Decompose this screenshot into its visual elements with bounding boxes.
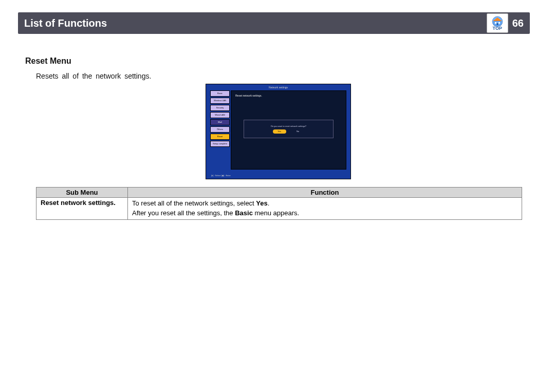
sidebar-tab-basic: Basic <box>210 90 230 97</box>
page-title: List of Functions <box>24 17 487 29</box>
col-header-function: Function <box>128 188 522 198</box>
screenshot-sidebar: Basic Wireless LAN Security Wired LAN Ma… <box>210 90 230 170</box>
sidebar-tab-complete: Setup complete <box>210 141 230 147</box>
page-header: List of Functions TOP 66 <box>18 12 530 34</box>
table-header-row: Sub Menu Function <box>36 188 522 198</box>
sidebar-tab-mail: Mail <box>210 119 230 125</box>
func-line2-pre: After you reset all the settings, the <box>132 209 235 217</box>
func-line1-pre: To reset all of the network settings, se… <box>132 199 256 207</box>
sidebar-tab-wired: Wired LAN <box>210 112 230 118</box>
svg-rect-4 <box>498 22 500 24</box>
page-number: 66 <box>512 17 524 29</box>
svg-rect-3 <box>495 22 496 24</box>
sidebar-tab-wireless: Wireless LAN <box>210 98 230 104</box>
top-icon-label: TOP <box>493 26 502 31</box>
screenshot-main-panel: Reset network settings. Do you want to r… <box>231 90 346 170</box>
sidebar-tab-security: Security <box>210 105 230 111</box>
function-table: Sub Menu Function Reset network settings… <box>36 187 522 220</box>
screenshot-dialog: Do you want to reset network settings? Y… <box>244 120 334 138</box>
dialog-question: Do you want to reset network settings? <box>271 125 306 127</box>
top-home-icon[interactable]: TOP <box>487 13 508 33</box>
sidebar-tab-reset: Reset <box>210 134 230 140</box>
section-description: Resets all of the network settings. <box>36 72 151 80</box>
screenshot-title: Network settings <box>206 86 350 89</box>
func-line1-bold: Yes <box>256 199 267 207</box>
func-line2-post: menu appears. <box>253 209 299 217</box>
projector-screenshot: Network settings Basic Wireless LAN Secu… <box>206 84 351 179</box>
func-line1-post: . <box>268 199 270 207</box>
dialog-yes-button: Yes <box>273 129 286 134</box>
dialog-button-row: Yes No <box>273 129 305 134</box>
func-line2-bold: Basic <box>235 209 253 217</box>
svg-rect-5 <box>496 23 498 25</box>
dialog-no-button: No <box>291 129 305 134</box>
screenshot-body: Basic Wireless LAN Security Wired LAN Ma… <box>210 90 346 170</box>
section-heading: Reset Menu <box>25 57 71 66</box>
sidebar-tab-others: Others <box>210 126 230 133</box>
cell-function: To reset all of the network settings, se… <box>128 198 522 220</box>
table-row: Reset network settings. To reset all of … <box>36 198 522 220</box>
screenshot-panel-title: Reset network settings. <box>235 94 262 97</box>
screenshot-footer: [♦] : Select [◆] : Enter <box>211 174 231 177</box>
cell-submenu: Reset network settings. <box>36 198 128 220</box>
col-header-submenu: Sub Menu <box>36 188 128 198</box>
